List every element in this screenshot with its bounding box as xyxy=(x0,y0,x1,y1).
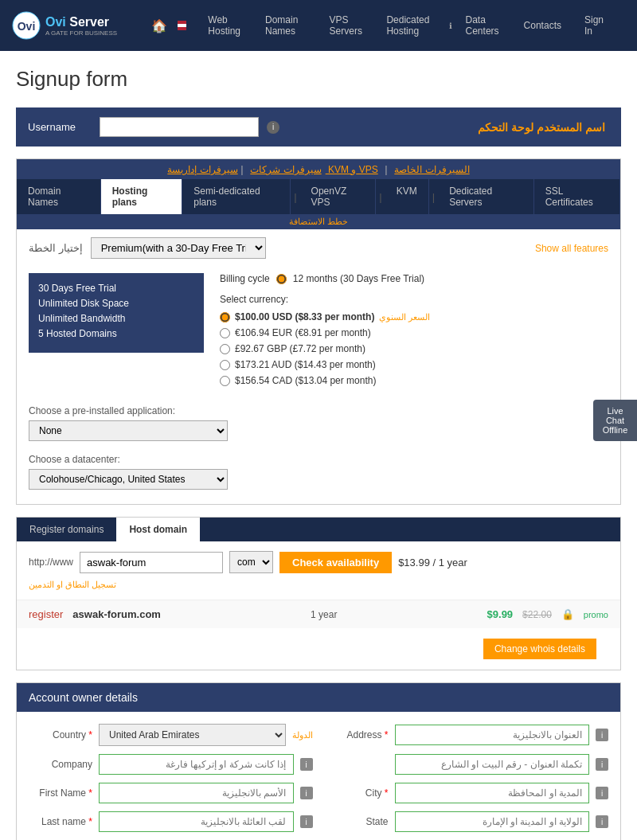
state-label: State xyxy=(325,816,389,827)
plan-content: → 30 Days Free Trial Unlimited Disk Spac… xyxy=(29,265,608,399)
hosting-section: سيرفرات شركات | سيرفرات إداريسة KVM و VP… xyxy=(16,158,621,505)
firstname-input[interactable] xyxy=(99,783,294,803)
tab-register-domains[interactable]: Register domains xyxy=(17,518,116,541)
tab-ssl[interactable]: SSL Certificates xyxy=(534,179,620,214)
show-all-features[interactable]: Show all features xyxy=(535,243,608,254)
company-label: Company xyxy=(29,759,92,770)
domain-result-year: 1 year xyxy=(170,609,478,620)
domain-prefix: http://www xyxy=(29,557,73,568)
tab-semi-dedicated[interactable]: Semi-dedicated plans xyxy=(182,179,291,214)
datacenter-label: Choose a datacenter: xyxy=(29,454,596,465)
tab-kvm[interactable]: KVM xyxy=(385,179,429,214)
state-info-icon[interactable]: i xyxy=(596,815,608,828)
city-label: City * xyxy=(325,787,389,799)
plan-features: 30 Days Free Trial Unlimited Disk Space … xyxy=(29,273,204,353)
domain-result-old-price: $22.00 xyxy=(522,609,552,620)
lastname-group: Last name * i xyxy=(29,811,313,832)
username-input[interactable] xyxy=(100,117,259,137)
currency-aud: $173.21 AUD ($14.43 per month) xyxy=(220,359,608,370)
tab-hosting-plans[interactable]: Hosting plans xyxy=(101,179,183,214)
tab-dedicated-servers[interactable]: Dedicated Servers xyxy=(438,179,534,214)
billing-12mo-radio[interactable] xyxy=(276,274,287,284)
state-input[interactable] xyxy=(395,811,590,832)
nav-data-centers[interactable]: Data Centers xyxy=(456,6,510,45)
change-whois-button[interactable]: Change whois details xyxy=(483,639,596,659)
currency-cad: $156.54 CAD ($13.04 per month) xyxy=(220,375,608,386)
billing-currency-section: Billing cycle 12 months (30 Days Free Tr… xyxy=(220,273,608,391)
company-group: Company i xyxy=(29,754,313,775)
home-icon[interactable]: 🏠 xyxy=(145,18,174,33)
username-info-icon[interactable]: i xyxy=(267,121,279,134)
username-label: Username xyxy=(28,121,92,133)
address2-info-icon[interactable]: i xyxy=(596,758,608,771)
city-info-icon[interactable]: i xyxy=(596,787,608,799)
lastname-info-icon[interactable]: i xyxy=(300,815,313,828)
page-title: Signup form xyxy=(16,67,621,92)
datacenter-select[interactable]: Colohouse/Chicago, United States xyxy=(29,469,228,490)
nav-sign-in[interactable]: Sign In xyxy=(575,6,613,45)
domain-register-link[interactable]: تسجيل النطاق او التدمين xyxy=(29,580,116,590)
account-section-header: Account owner details xyxy=(17,683,620,712)
lastname-input[interactable] xyxy=(99,811,294,832)
currency-usd-radio[interactable] xyxy=(220,312,230,322)
nav-dedicated-hosting[interactable]: Dedicated Hosting xyxy=(377,6,444,45)
firstname-group: First Name * i xyxy=(29,783,313,803)
country-select[interactable]: United Arab Emirates xyxy=(99,724,286,746)
company-info-icon[interactable]: i xyxy=(300,758,313,771)
country-arabic: الدولة xyxy=(292,730,313,740)
plan-select[interactable]: Premium(with a 30-Day Free Trial) Basic … xyxy=(91,237,266,259)
plan-label: إختيار الخطة xyxy=(29,242,83,254)
plan-area: إختيار الخطة Premium(with a 30-Day Free … xyxy=(17,229,620,504)
domain-result-name: aswak-forum.com xyxy=(72,608,161,620)
address-label: Address * xyxy=(325,729,389,740)
feature-1: 30 Days Free Trial xyxy=(38,283,194,294)
currency-cad-radio[interactable] xyxy=(220,376,230,386)
address-input[interactable] xyxy=(395,725,590,745)
domain-price: $13.99 / 1 year xyxy=(398,557,467,568)
account-row-3: First Name * i City * i xyxy=(29,783,608,803)
firstname-info-icon[interactable]: i xyxy=(300,787,313,799)
check-availability-button[interactable]: Check availability xyxy=(279,552,392,573)
username-arabic-label: اسم المستخدم لوحة التحكم xyxy=(478,121,605,134)
tab-domain-names[interactable]: Domain Names xyxy=(17,179,101,214)
tab-openvz[interactable]: OpenVZ VPS xyxy=(300,179,377,214)
feature-3: Unlimited Bandwidth xyxy=(38,313,194,324)
billing-cycle-row: Billing cycle 12 months (30 Days Free Tr… xyxy=(220,273,608,284)
logo[interactable]: Ovi Ovi Server A GATE FOR BUSINESS xyxy=(12,11,117,40)
billing-cycle-value: 12 months (30 Days Free Trial) xyxy=(293,273,424,284)
tab-host-domain[interactable]: Host domain xyxy=(116,518,200,541)
company-input[interactable] xyxy=(99,754,294,775)
domain-input-row: http://www com Check availability $13.99… xyxy=(29,551,608,573)
app-selector: Choose a pre-installed application: None xyxy=(29,399,608,447)
currency-aud-radio[interactable] xyxy=(220,360,230,370)
address2-input[interactable] xyxy=(395,754,590,775)
country-group: Country * United Arab Emirates الدولة xyxy=(29,724,313,746)
khassa-link[interactable]: خطط الاستضافة xyxy=(17,214,620,229)
arabic-links-row: سيرفرات شركات | سيرفرات إداريسة KVM و VP… xyxy=(17,159,620,179)
city-group: City * i xyxy=(325,783,609,803)
domain-result-row: register aswak-forum.com 1 year $9.99 $2… xyxy=(17,600,620,628)
arabic-link-1[interactable]: سيرفرات شركات xyxy=(250,164,321,175)
city-input[interactable] xyxy=(395,783,590,803)
nav-web-hosting[interactable]: Web Hosting xyxy=(198,6,252,45)
account-fields: Country * United Arab Emirates الدولة Ad… xyxy=(17,712,620,840)
account-row-4: Last name * i State i xyxy=(29,811,608,832)
dedicated-info-icon[interactable]: ℹ xyxy=(449,21,452,30)
svg-text:Ovi: Ovi xyxy=(18,20,36,33)
arabic-link-3[interactable]: السيرفرات الخاصة xyxy=(394,164,469,175)
app-select[interactable]: None xyxy=(29,420,228,441)
nav-contacts[interactable]: Contacts xyxy=(514,12,571,39)
domain-section: Register domains Host domain → http://ww… xyxy=(16,517,621,670)
domain-name-input[interactable] xyxy=(80,552,223,573)
currency-section: Select currency: $100.00 USD ($8.33 per … xyxy=(220,294,608,386)
nav-vps-servers[interactable]: VPS Servers xyxy=(320,6,373,45)
currency-gbp-radio[interactable] xyxy=(220,344,230,354)
main-nav: 🏠 Web Hosting Domain Names VPS Servers D… xyxy=(133,6,625,45)
currency-eur-radio[interactable] xyxy=(220,328,230,338)
billing-cycle-label: Billing cycle xyxy=(220,273,270,284)
domain-ext-select[interactable]: com xyxy=(229,551,273,573)
live-chat-widget[interactable]: Live Chat Offline xyxy=(593,400,637,441)
currency-gbp: £92.67 GBP (£7.72 per month) xyxy=(220,343,608,354)
address-info-icon[interactable]: i xyxy=(596,729,608,741)
nav-domain-names[interactable]: Domain Names xyxy=(256,6,316,45)
